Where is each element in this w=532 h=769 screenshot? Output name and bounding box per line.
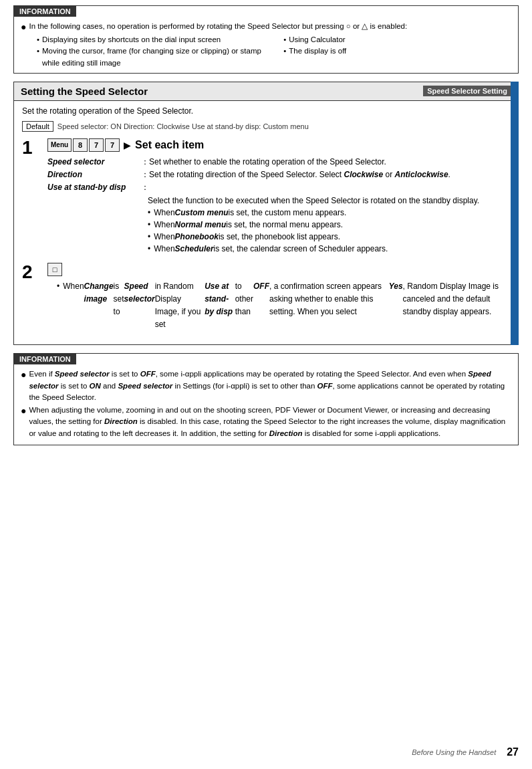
use-standby-content: Select the function to be executed when … <box>148 195 510 255</box>
def-table: Speed selector ： Set whether to enable t… <box>47 156 510 195</box>
info-box-bottom-content: ● Even if Speed selector is set to OFF, … <box>14 364 518 445</box>
setting-label-right: Speed Selector Setting <box>423 86 511 96</box>
use-standby-intro: Select the function to be executed when … <box>148 195 510 207</box>
def-sep-direction: ： <box>141 169 149 181</box>
footer-text: Before Using the Handset <box>412 748 496 756</box>
info-bottom-bullet-2: ● When adjusting the volume, zooming in … <box>21 405 511 439</box>
info-top-bullet-1: Displaying sites by shortcuts on the dia… <box>37 34 265 45</box>
key-8-icon: 8 <box>73 138 88 152</box>
setting-title: Setting the Speed Selector <box>21 86 148 97</box>
use-standby-bullet-2: When Normal menu is set, the normal menu… <box>148 219 510 231</box>
step-2-icon: □ <box>47 263 62 276</box>
def-desc-direction: Set the rotating direction of the Speed … <box>149 169 510 181</box>
step-1-number: 1 <box>22 138 42 157</box>
def-sep-speed: ： <box>141 156 149 169</box>
footer-page: 27 <box>507 746 519 758</box>
use-standby-bullet-4: When Scheduler is set, the calendar scre… <box>148 243 510 255</box>
step-1-title: Set each item <box>135 139 204 151</box>
def-desc-speed: Set whether to enable the rotating opera… <box>149 156 510 169</box>
setting-section: Setting the Speed Selector Speed Selecto… <box>13 82 519 345</box>
step-arrow: ▶ <box>124 140 131 150</box>
def-sep-usestandby: ： <box>141 181 149 194</box>
use-standby-bullet-1: When Custom menu is set, the custom menu… <box>148 207 510 219</box>
key-7-icon-2: 7 <box>105 138 120 152</box>
info-top-bullet-4: The display is off <box>283 45 511 57</box>
step-2-bullet: When Change image is set to Speed select… <box>57 280 510 332</box>
step-2-content: □ When Change image is set to Speed sele… <box>47 263 510 332</box>
setting-header: Setting the Speed Selector Speed Selecto… <box>14 82 518 101</box>
page-footer: Before Using the Handset 27 <box>0 746 532 758</box>
key-menu-icon: Menu <box>47 138 72 152</box>
info-box-bottom-header: INFORMATION <box>14 354 76 364</box>
step-1: 1 Menu 8 7 7 ▶ Set each item <box>22 138 510 255</box>
info-bottom-bullet-1: ● Even if Speed selector is set to OFF, … <box>21 368 511 403</box>
def-term-direction: Direction <box>47 169 141 181</box>
def-term-usestandby: Use at stand-by disp <box>47 181 141 194</box>
info-top-main-text: In the following cases, no operation is … <box>29 21 407 32</box>
use-standby-bullet-3: When Phonebook is set, the phonebook lis… <box>148 231 510 243</box>
setting-description: Set the rotating operation of the Speed … <box>22 106 510 116</box>
info-top-bullet-2: Moving the cursor, frame (for changing s… <box>37 45 265 69</box>
def-row-direction: Direction ： Set the rotating direction o… <box>47 169 510 181</box>
setting-section-wrapper: Setting the Speed Selector Speed Selecto… <box>13 82 519 345</box>
setting-body: Set the rotating operation of the Speed … <box>14 101 518 344</box>
info-box-top: INFORMATION ● In the following cases, no… <box>13 5 519 74</box>
default-bar: Default Speed selector: ON Direction: Cl… <box>22 121 510 132</box>
bullet-dot: ● <box>21 21 26 33</box>
def-term-speed: Speed selector <box>47 156 141 169</box>
step-1-content: Menu 8 7 7 ▶ Set each item Speed selecto… <box>47 138 510 255</box>
default-tag: Default <box>22 121 53 132</box>
info-box-top-header: INFORMATION <box>14 6 76 17</box>
step-2-note: When Change image is set to Speed select… <box>50 280 510 332</box>
default-values: Speed selector: ON Direction: Clockwise … <box>57 122 309 130</box>
def-row-speed: Speed selector ： Set whether to enable t… <box>47 156 510 169</box>
info-box-bottom: INFORMATION ● Even if Speed selector is … <box>13 353 519 445</box>
bullet-dot-1: ● <box>21 368 26 380</box>
info-top-bullet-3: Using Calculator <box>283 34 511 45</box>
step-2: 2 □ When Change image is set to Speed se… <box>22 263 510 332</box>
key-sequence: Menu 8 7 7 ▶ Set each item <box>47 138 510 152</box>
def-row-usestandby: Use at stand-by disp ： <box>47 181 510 194</box>
key-7-icon-1: 7 <box>89 138 104 152</box>
bullet-dot-2: ● <box>21 405 26 417</box>
info-box-top-content: ● In the following cases, no operation i… <box>14 17 518 73</box>
step-2-number: 2 <box>22 263 42 282</box>
right-blue-bar <box>511 82 519 345</box>
